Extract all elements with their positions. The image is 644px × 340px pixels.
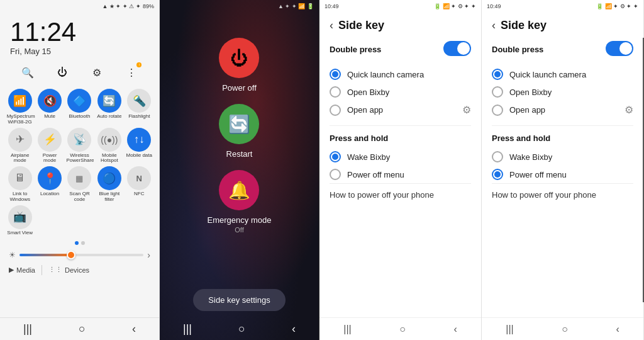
radio-bixby-dp-label-3: Open Bixby (347, 88, 389, 97)
brightness-track[interactable] (19, 254, 143, 256)
nav-back-p4[interactable]: ‹ (616, 324, 619, 335)
nav-recent-p4[interactable]: ||| (506, 324, 513, 335)
toggle-smartview[interactable]: 📺 Smart View (6, 205, 33, 236)
nav-back[interactable]: ‹ (132, 322, 136, 336)
brightness-thumb[interactable] (67, 251, 75, 259)
nav-home-p4[interactable]: ○ (562, 324, 568, 335)
settings-icon[interactable]: ⚙ (88, 64, 106, 81)
toggle-autorotate[interactable]: 🔄 Auto rotate (96, 89, 123, 125)
toggle-bluetooth[interactable]: 🔷 Bluetooth (66, 89, 93, 125)
pmode-label: Power mode (36, 153, 63, 164)
radio-wakebixby-outer-3 (330, 151, 341, 162)
how-to-link-4[interactable]: How to power off your phone (492, 183, 633, 206)
toggle-link-windows[interactable]: 🖥 Link to Windows (6, 166, 33, 203)
back-button-4[interactable]: ‹ (492, 19, 496, 32)
more-icon[interactable]: ⋮ ! (123, 64, 140, 81)
nav-recent[interactable]: ||| (23, 322, 32, 336)
radio-bixby-dp-3[interactable]: Open Bixby (330, 83, 471, 101)
clock-time: 11:24 (10, 19, 149, 45)
devices-icon: ⋮⋮ (48, 266, 62, 274)
radio-camera-3[interactable]: Quick launch camera (330, 65, 471, 83)
media-button[interactable]: ▶ Media (9, 266, 35, 274)
radio-camera-4[interactable]: Quick launch camera (492, 65, 633, 83)
radio-openapp-3[interactable]: Open app ⚙ (330, 101, 471, 119)
search-icon[interactable]: 🔍 (19, 64, 36, 81)
double-press-toggle-row-4: Double press (492, 37, 633, 59)
radio-poweroff-menu-3[interactable]: Power off menu (330, 166, 471, 183)
restart-item[interactable]: 🔄 Restart (219, 104, 259, 159)
status-bar-panel1: ▲ ★ ✦ ✦ ⚠ ✦ 89% (0, 0, 159, 13)
radio-wakebixby-label-3: Wake Bixby (347, 152, 390, 162)
wshare-label: Wireless PowerShare (66, 153, 92, 164)
mute-circle: 🔇 (38, 89, 62, 113)
radio-poweroff-label-3: Power off menu (347, 170, 404, 179)
toggle-wifi[interactable]: 📶 MySpectrum WiFi38-2G (6, 89, 33, 125)
toggle-qr[interactable]: ▦ Scan QR code (66, 166, 93, 203)
bluelight-circle: 🔵 (97, 166, 121, 190)
nav-back-p2[interactable]: ‹ (292, 322, 296, 336)
radio-wakebixby-label-4: Wake Bixby (509, 152, 552, 162)
back-button-3[interactable]: ‹ (330, 19, 333, 32)
dot-1 (75, 241, 79, 245)
nav-home[interactable]: ○ (79, 322, 86, 336)
power-icon[interactable]: ⏻ (53, 64, 71, 81)
page-header-4: ‹ Side key (482, 13, 643, 37)
media-devices-separator (42, 265, 42, 275)
status-bar-panel2: ▲ ✦ ✦ 📶 🔋 (160, 0, 319, 13)
toggle-bluelight[interactable]: 🔵 Blue light filter (96, 166, 123, 203)
nav-bar-panel1: ||| ○ ‹ (0, 317, 159, 340)
emergency-mode-label: Emergency mode (208, 215, 272, 225)
emergency-mode-item[interactable]: 🔔 Emergency mode Off (208, 170, 272, 234)
linkwin-label: Link to Windows (7, 191, 33, 203)
side-key-panel-4: 10:49 🔋 📶 ✦ ⚙ ✦ ✦ ‹ Side key Double pres… (482, 0, 644, 340)
p3-icons: 🔋 📶 ✦ ⚙ ✦ ✦ (434, 3, 476, 9)
quick-actions-bar: 🔍 ⏻ ⚙ ⋮ ! (0, 59, 159, 86)
nav-home-p3[interactable]: ○ (399, 324, 406, 335)
nav-recent-p3[interactable]: ||| (343, 324, 351, 335)
double-press-switch-4[interactable] (606, 41, 633, 56)
radio-wake-bixby-3[interactable]: Wake Bixby (330, 148, 471, 166)
toggle-wireless-share[interactable]: 📡 Wireless PowerShare (66, 128, 93, 164)
side-key-settings-button[interactable]: Side key settings (193, 289, 285, 311)
nav-home-p2[interactable]: ○ (238, 322, 245, 336)
radio-openapp-outer-3 (330, 105, 341, 116)
brightness-chevron[interactable]: › (147, 250, 150, 260)
double-press-switch-3[interactable] (443, 41, 471, 56)
gear-icon-3[interactable]: ⚙ (462, 104, 471, 116)
radio-camera-inner-4 (494, 71, 501, 77)
toggle-airplane[interactable]: ✈ Airplane mode (6, 128, 33, 164)
radio-openapp-4[interactable]: Open app ⚙ (492, 101, 633, 119)
nav-recent-p2[interactable]: ||| (183, 322, 192, 336)
toggle-mute[interactable]: 🔇 Mute (36, 89, 63, 125)
bt-circle: 🔷 (67, 89, 91, 113)
radio-openapp-outer-4 (492, 105, 503, 116)
radio-camera-inner-3 (332, 71, 338, 77)
devices-label: Devices (65, 266, 89, 274)
page-dots (0, 239, 159, 247)
radio-poweroff-menu-4[interactable]: Power off menu (492, 166, 633, 183)
radio-poweroff-inner-4 (494, 171, 501, 178)
toggle-mobile-data[interactable]: ↑↓ Mobile data (126, 128, 153, 164)
wshare-circle: 📡 (67, 128, 91, 152)
restart-label: Restart (226, 149, 253, 159)
brightness-bar: ☀ › (0, 247, 159, 263)
nfc-circle: N (127, 166, 151, 190)
toggle-nfc[interactable]: N NFC (126, 166, 153, 203)
gear-icon-4[interactable]: ⚙ (625, 104, 633, 116)
double-press-label-3: Double press (330, 45, 381, 54)
toggle-hotspot[interactable]: ((●)) Mobile Hotspot (96, 128, 123, 164)
smartview-label: Smart View (7, 230, 33, 236)
toggle-power-mode[interactable]: ⚡ Power mode (36, 128, 63, 164)
radio-bixby-dp-4[interactable]: Open Bixby (492, 83, 633, 101)
radio-openapp-label-4: Open app (509, 105, 545, 115)
how-to-link-3[interactable]: How to power off your phone (330, 183, 471, 206)
power-off-item[interactable]: ⏻ Power off (219, 38, 259, 93)
quick-toggles-grid: 📶 MySpectrum WiFi38-2G 🔇 Mute 🔷 Bluetoot… (0, 86, 159, 239)
devices-button[interactable]: ⋮⋮ Devices (48, 266, 89, 274)
toggle-flashlight[interactable]: 🔦 Flashlight (126, 89, 153, 125)
mdata-label: Mobile data (126, 153, 152, 159)
qr-label: Scan QR code (66, 191, 92, 203)
radio-wake-bixby-4[interactable]: Wake Bixby (492, 148, 633, 166)
toggle-location[interactable]: 📍 Location (36, 166, 63, 203)
nav-back-p3[interactable]: ‹ (453, 324, 457, 335)
